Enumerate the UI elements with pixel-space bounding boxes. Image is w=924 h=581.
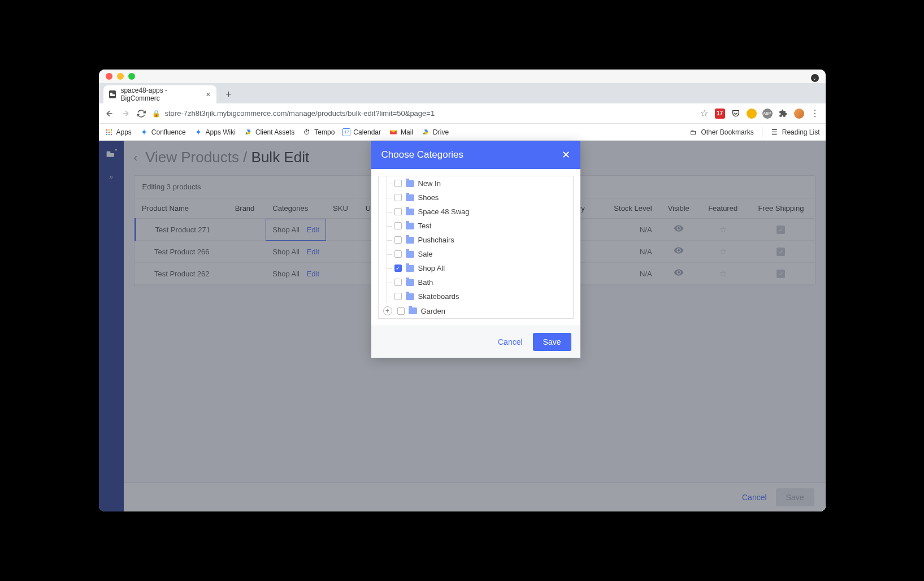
star-bookmark-icon[interactable]: ☆ <box>699 109 709 119</box>
divider <box>762 127 762 137</box>
list-icon: ☰ <box>770 128 779 137</box>
category-item[interactable]: Shoes <box>379 190 573 205</box>
bookmark-item[interactable]: Mail <box>389 128 413 137</box>
categories-modal: Choose Categories ✕ New InShoesSpace 48 … <box>371 141 580 358</box>
bookmark-label: Other Bookmarks <box>701 128 753 136</box>
category-item[interactable]: New In <box>379 176 573 190</box>
category-label: Shop All <box>418 264 445 272</box>
close-tab-icon[interactable]: × <box>206 90 210 99</box>
bookmark-item[interactable]: ⏱Tempo <box>302 128 335 137</box>
minimize-window-button[interactable] <box>117 73 124 80</box>
drive-icon <box>244 128 253 137</box>
expand-icon[interactable]: + <box>383 306 392 315</box>
category-label: Test <box>418 222 432 230</box>
extension-icon[interactable]: 17 <box>715 109 725 119</box>
bookmark-item[interactable]: Drive <box>421 128 449 137</box>
category-checkbox[interactable] <box>394 208 402 215</box>
forward-button[interactable] <box>120 109 131 119</box>
modal-title: Choose Categories <box>381 149 464 161</box>
folder-icon <box>406 279 414 286</box>
bookmark-label: Confluence <box>151 128 186 136</box>
svg-point-2 <box>110 129 111 130</box>
category-checkbox[interactable] <box>394 180 402 187</box>
drive-icon <box>421 128 430 137</box>
category-item[interactable]: Space 48 Swag <box>379 205 573 219</box>
extensions-menu-icon[interactable] <box>778 109 788 119</box>
tempo-icon: ⏱ <box>302 128 311 137</box>
bookmark-item[interactable]: ✦Apps Wiki <box>194 128 236 137</box>
bookmark-label: Mail <box>401 128 413 136</box>
tab-bar: space48-apps - BigCommerc × + <box>99 83 826 103</box>
bookmark-label: Apps Wiki <box>206 128 236 136</box>
pocket-icon[interactable] <box>731 109 741 119</box>
browser-window: ⌄ space48-apps - BigCommerc × + 🔒 store-… <box>99 70 826 511</box>
new-tab-button[interactable]: + <box>221 86 237 102</box>
gmail-icon <box>389 128 398 137</box>
reload-button[interactable] <box>136 109 146 119</box>
folder-icon <box>406 223 414 229</box>
svg-point-4 <box>108 131 109 132</box>
modal-cancel-button[interactable]: Cancel <box>498 337 523 346</box>
back-button[interactable] <box>105 109 115 119</box>
browser-menu-icon[interactable]: ⋮ <box>810 109 820 119</box>
toolbar-actions: ☆ 17 ABP ⋮ <box>699 109 820 119</box>
category-checkbox[interactable] <box>394 250 402 258</box>
titlebar <box>99 70 826 83</box>
category-item[interactable]: ✓Shop All <box>379 261 573 275</box>
category-label: Bath <box>418 278 433 287</box>
category-label: Shoes <box>418 193 439 202</box>
category-item[interactable]: Test <box>379 219 573 233</box>
svg-point-7 <box>108 133 109 135</box>
folder-icon <box>406 180 414 187</box>
svg-point-1 <box>108 129 109 130</box>
svg-point-3 <box>106 131 107 132</box>
category-label: Skateboards <box>418 292 459 301</box>
app-body: » ‹ View Products / Bulk Edit Editing 3 … <box>99 141 826 511</box>
bookmark-item[interactable]: ✦Confluence <box>140 128 186 137</box>
category-checkbox[interactable] <box>394 222 402 229</box>
category-item[interactable]: Skateboards <box>379 289 573 303</box>
apps-grid-icon <box>105 128 114 137</box>
category-checkbox[interactable] <box>394 279 402 286</box>
calendar-icon: 17 <box>342 128 350 136</box>
traffic-lights <box>106 73 135 80</box>
extension-icon[interactable] <box>747 109 757 119</box>
tab-title: space48-apps - BigCommerc <box>120 86 201 102</box>
minimize-window-icon[interactable]: ⌄ <box>811 74 819 82</box>
close-icon[interactable]: ✕ <box>562 149 570 161</box>
other-bookmarks[interactable]: 🗀Other Bookmarks <box>689 128 753 137</box>
folder-icon <box>406 237 414 244</box>
modal-save-button[interactable]: Save <box>533 333 571 351</box>
folder-icon <box>406 265 414 272</box>
folder-icon <box>406 209 414 215</box>
category-checkbox[interactable] <box>397 307 405 315</box>
bookmark-item[interactable]: Client Assets <box>244 128 294 137</box>
category-label: New In <box>418 179 441 188</box>
bookmark-label: Drive <box>433 128 449 136</box>
reading-list[interactable]: ☰Reading List <box>770 128 820 137</box>
category-item[interactable]: Sale <box>379 247 573 261</box>
svg-point-5 <box>110 131 111 132</box>
category-checkbox[interactable] <box>394 293 402 300</box>
browser-tab[interactable]: space48-apps - BigCommerc × <box>103 85 216 103</box>
category-label: Pushchairs <box>418 236 454 244</box>
apps-shortcut[interactable]: Apps <box>105 128 132 137</box>
svg-point-0 <box>106 129 107 130</box>
category-item[interactable]: +Garden <box>379 303 573 318</box>
extension-icon[interactable]: ABP <box>762 109 773 119</box>
folder-icon <box>406 194 414 201</box>
category-checkbox[interactable]: ✓ <box>394 265 402 272</box>
category-checkbox[interactable] <box>394 194 402 201</box>
close-window-button[interactable] <box>106 73 112 80</box>
confluence-icon: ✦ <box>140 128 149 137</box>
maximize-window-button[interactable] <box>128 73 135 80</box>
category-checkbox[interactable] <box>394 236 402 244</box>
category-item[interactable]: Pushchairs <box>379 233 573 247</box>
profile-avatar[interactable] <box>794 109 804 119</box>
url-field[interactable]: 🔒 store-7zh8t3rjik.mybigcommerce.com/man… <box>152 109 693 118</box>
category-item[interactable]: Bath <box>379 275 573 289</box>
url-text: store-7zh8t3rjik.mybigcommerce.com/manag… <box>165 109 435 118</box>
bookmark-item[interactable]: 17Calendar <box>342 128 381 136</box>
category-label: Space 48 Swag <box>418 207 470 216</box>
modal-header: Choose Categories ✕ <box>371 141 580 169</box>
